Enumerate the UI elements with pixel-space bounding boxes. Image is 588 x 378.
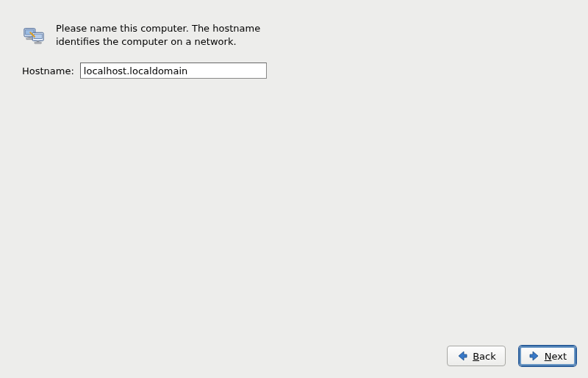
- hostname-input[interactable]: [80, 63, 267, 79]
- arrow-right-icon: [528, 350, 540, 362]
- next-button-label: Next: [545, 351, 567, 362]
- arrow-left-icon: [456, 350, 468, 362]
- intro-section: Please name this computer. The hostname …: [22, 22, 566, 48]
- svg-rect-7: [35, 42, 41, 43]
- instructions-text: Please name this computer. The hostname …: [56, 22, 262, 48]
- hostname-label: Hostname:: [22, 65, 74, 76]
- back-button-label: Back: [473, 351, 496, 362]
- hostname-row: Hostname:: [22, 63, 566, 79]
- network-computer-icon: [22, 24, 46, 47]
- next-button[interactable]: Next: [519, 346, 576, 366]
- footer-buttons: Back Next: [447, 346, 576, 366]
- installer-page: Please name this computer. The hostname …: [22, 22, 566, 79]
- back-button[interactable]: Back: [447, 346, 506, 366]
